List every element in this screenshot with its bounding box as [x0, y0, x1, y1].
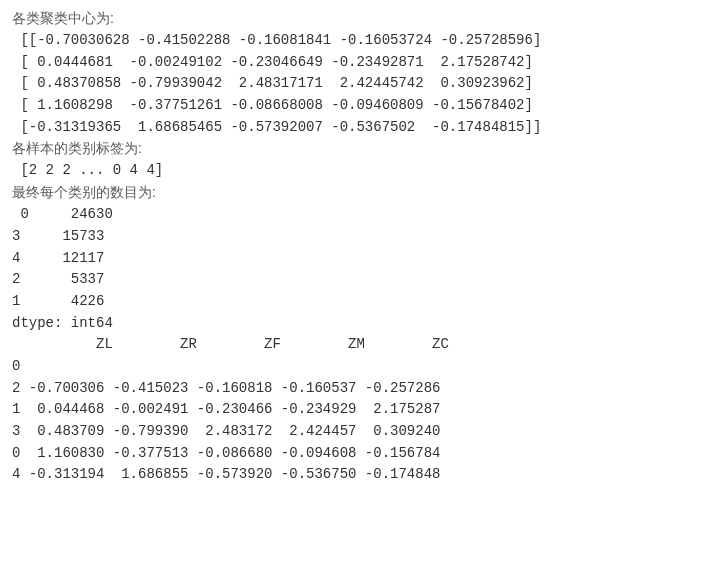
counts-block: 0 24630 3 15733 4 12117 2 5337 1 4226 dt… — [12, 204, 692, 334]
sample-labels-line: [2 2 2 ... 0 4 4] — [12, 160, 692, 182]
cluster-centers-label: 各类聚类中心为: — [12, 10, 692, 28]
sample-labels-label: 各样本的类别标签为: — [12, 140, 692, 158]
final-counts-label: 最终每个类别的数目为: — [12, 184, 692, 202]
summary-table-block: ZL ZR ZF ZM ZC 0 2 -0.700306 -0.415023 -… — [12, 334, 692, 486]
cluster-centers-block: [[-0.70030628 -0.41502288 -0.16081841 -0… — [12, 30, 692, 138]
